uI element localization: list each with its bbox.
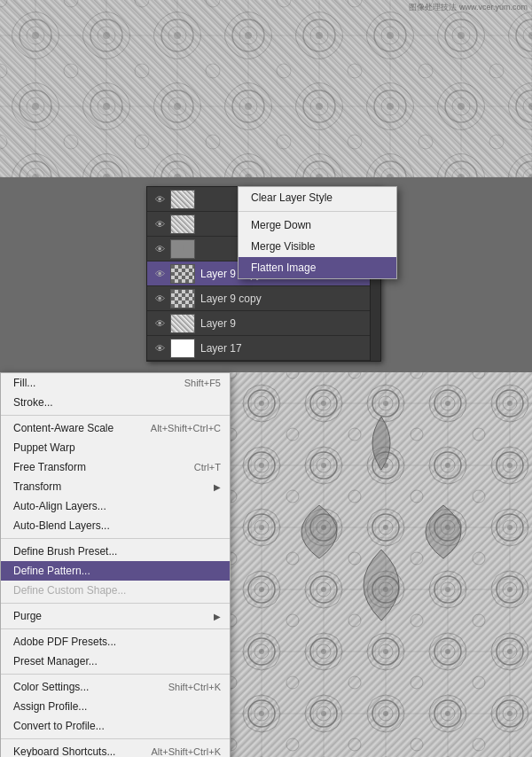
- edit-sep-3: [1, 603, 230, 604]
- edit-menu-t-label: Transform: [13, 480, 61, 493]
- edit-menu-define-pattern[interactable]: Define Pattern...: [1, 561, 230, 581]
- top-image: 图像处理技法 www.vcer.yum.com: [0, 0, 532, 177]
- layer-thumb-2: [170, 215, 195, 234]
- edit-menu-ks-shortcut: Alt+Shift+Ctrl+K: [151, 746, 221, 757]
- edit-menu-puppet-warp[interactable]: Puppet Warp: [1, 438, 230, 457]
- edit-menu: Fill... Shift+F5 Stroke... Content-Aware…: [0, 372, 231, 757]
- edit-menu-dbp-label: Define Brush Preset...: [13, 545, 117, 558]
- layer-thumb-3: 1: [170, 239, 195, 259]
- edit-menu-preset-manager[interactable]: Preset Manager...: [1, 652, 230, 671]
- edit-menu-auto-align-layers[interactable]: Auto-Align Layers...: [1, 496, 230, 516]
- edit-menu-stroke-label: Stroke...: [13, 396, 53, 409]
- eye-icon-active[interactable]: 👁: [151, 265, 168, 283]
- edit-menu-cas-label: Content-Aware Scale: [13, 422, 113, 434]
- bottom-section: Fill... Shift+F5 Stroke... Content-Aware…: [0, 372, 532, 757]
- edit-menu-free-transform[interactable]: Free Transform Ctrl+T: [1, 457, 230, 477]
- edit-menu-ks-label: Keyboard Shortcuts...: [13, 745, 115, 757]
- edit-menu-abl-label: Auto-Blend Layers...: [13, 519, 110, 532]
- context-menu-flatten-image[interactable]: Flatten Image: [239, 257, 396, 278]
- context-menu-clear-layer-style[interactable]: Clear Layer Style: [239, 187, 396, 208]
- edit-sep-4: [1, 628, 230, 629]
- eye-icon-row2[interactable]: 👁: [151, 315, 168, 332]
- eye-icon-row3[interactable]: 👁: [151, 339, 168, 357]
- layer-thumb-row1: [170, 289, 195, 308]
- edit-menu-assign-profile[interactable]: Assign Profile...: [1, 697, 230, 716]
- layer-thumb-active: [170, 264, 195, 284]
- edit-menu-cs-shortcut: Shift+Ctrl+K: [168, 682, 221, 692]
- watermark: 图像处理技法 www.vcer.yum.com: [409, 2, 528, 13]
- edit-sep-2: [1, 538, 230, 539]
- edit-menu-fill-shortcut: Shift+F5: [184, 378, 221, 388]
- edit-menu-fill-label: Fill...: [13, 377, 35, 389]
- edit-menu-content-aware-scale[interactable]: Content-Aware Scale Alt+Shift+Ctrl+C: [1, 418, 230, 438]
- layer-name-row3: Layer 17: [200, 342, 377, 355]
- layer-thumb-row3: [170, 339, 195, 358]
- bottom-image-svg: [231, 372, 532, 757]
- context-separator-1: [239, 211, 396, 212]
- edit-menu-ap-label: Assign Profile...: [13, 700, 87, 713]
- edit-sep-6: [1, 738, 230, 739]
- middle-section: 👁 👁 👁 1 👁 Layer 9 copy 6 👁 Layer 9 copy: [0, 177, 532, 372]
- edit-menu-cs-label: Color Settings...: [13, 681, 89, 693]
- svg-rect-10: [0, 0, 532, 177]
- edit-menu-ctp-label: Convert to Profile...: [13, 720, 105, 732]
- layer-name-row2: Layer 9: [200, 317, 377, 330]
- edit-menu-ft-shortcut: Ctrl+T: [194, 462, 221, 472]
- edit-menu-adobe-pdf-presets[interactable]: Adobe PDF Presets...: [1, 632, 230, 652]
- edit-menu-stroke[interactable]: Stroke...: [1, 393, 230, 412]
- layer-row-3[interactable]: 👁 Layer 17: [147, 336, 380, 361]
- context-menu-merge-visible[interactable]: Merge Visible: [239, 236, 396, 257]
- arrow-icon-purge: ▶: [214, 612, 221, 621]
- top-image-svg: [0, 0, 532, 177]
- arrow-icon-transform: ▶: [214, 482, 221, 492]
- layer-thumb-1: [170, 190, 195, 209]
- edit-menu-convert-to-profile[interactable]: Convert to Profile...: [1, 716, 230, 736]
- edit-menu-color-settings[interactable]: Color Settings... Shift+Ctrl+K: [1, 677, 230, 697]
- edit-menu-dcs-label: Define Custom Shape...: [13, 584, 126, 597]
- eye-icon-row1[interactable]: 👁: [151, 290, 168, 308]
- context-menu-merge-down[interactable]: Merge Down: [239, 215, 396, 236]
- edit-sep-5: [1, 674, 230, 675]
- edit-menu-purge[interactable]: Purge ▶: [1, 606, 230, 626]
- edit-menu-fill[interactable]: Fill... Shift+F5: [1, 373, 230, 393]
- edit-menu-pm-label: Preset Manager...: [13, 655, 98, 667]
- edit-sep-1: [1, 415, 230, 416]
- edit-menu-pw-label: Puppet Warp: [13, 441, 75, 454]
- edit-menu-aal-label: Auto-Align Layers...: [13, 500, 106, 512]
- edit-menu-purge-label: Purge: [13, 610, 42, 622]
- layer-name-row1: Layer 9 copy: [200, 293, 377, 305]
- bottom-image: [231, 372, 532, 757]
- edit-menu-define-brush-preset[interactable]: Define Brush Preset...: [1, 542, 230, 561]
- edit-menu-auto-blend-layers[interactable]: Auto-Blend Layers...: [1, 516, 230, 535]
- eye-icon-3[interactable]: 👁: [151, 240, 168, 258]
- layer-row-1[interactable]: 👁 Layer 9 copy: [147, 286, 380, 311]
- edit-menu-transform[interactable]: Transform ▶: [1, 477, 230, 496]
- edit-menu-app-label: Adobe PDF Presets...: [13, 636, 116, 648]
- edit-menu-ft-label: Free Transform: [13, 461, 86, 473]
- edit-menu-dp-label: Define Pattern...: [13, 565, 90, 577]
- edit-menu-define-custom-shape: Define Custom Shape...: [1, 581, 230, 600]
- layer-row-2[interactable]: 👁 Layer 9: [147, 311, 380, 336]
- eye-icon-1[interactable]: 👁: [151, 191, 168, 208]
- eye-icon-2[interactable]: 👁: [151, 215, 168, 233]
- context-menu: Clear Layer Style Merge Down Merge Visib…: [238, 186, 397, 279]
- edit-menu-cas-shortcut: Alt+Shift+Ctrl+C: [151, 423, 221, 433]
- layer-thumb-row2: [170, 314, 195, 333]
- edit-menu-keyboard-shortcuts[interactable]: Keyboard Shortcuts... Alt+Shift+Ctrl+K: [1, 742, 230, 757]
